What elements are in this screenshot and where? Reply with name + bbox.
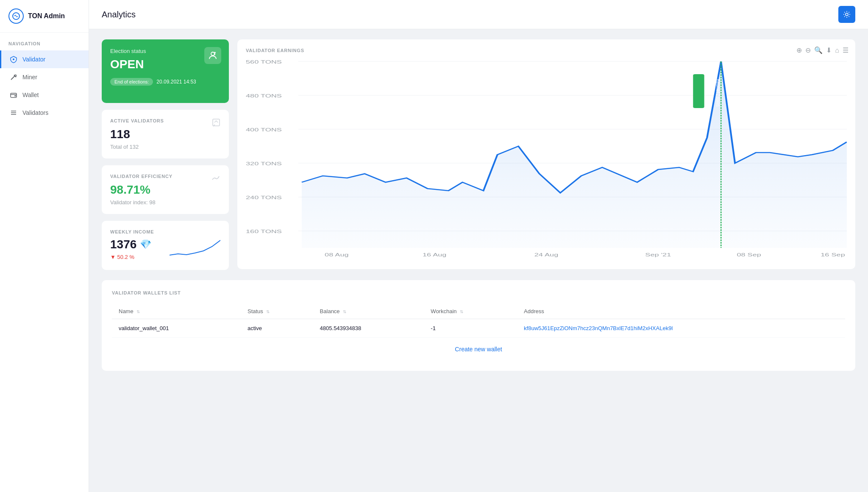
zoom-in-icon[interactable]: ⊕ bbox=[796, 46, 802, 54]
sort-name-icon: ⇅ bbox=[136, 309, 140, 314]
zoom-out-icon[interactable]: ⊖ bbox=[805, 46, 811, 54]
election-end-time: 20.09.2021 14:53 bbox=[156, 79, 196, 85]
svg-point-10 bbox=[846, 13, 848, 16]
sidebar-item-miner[interactable]: Miner bbox=[0, 68, 89, 86]
svg-text:16 Sep: 16 Sep bbox=[821, 252, 845, 257]
svg-rect-28 bbox=[693, 74, 704, 108]
svg-text:08 Sep: 08 Sep bbox=[737, 252, 761, 257]
weekly-income-value: 1376 💎 bbox=[110, 238, 151, 251]
content-area: Election status OPEN End of elections: 2… bbox=[89, 29, 868, 381]
validators-icon bbox=[10, 109, 17, 117]
nav-label: NAVIGATION bbox=[0, 33, 89, 50]
sort-workchain-icon: ⇅ bbox=[460, 309, 463, 314]
svg-text:24 Aug: 24 Aug bbox=[534, 252, 558, 257]
svg-text:08 Aug: 08 Aug bbox=[325, 252, 348, 257]
col-balance[interactable]: Balance ⇅ bbox=[313, 304, 424, 319]
create-wallet-button[interactable]: Create new wallet bbox=[455, 346, 502, 353]
weekly-change: ▼ 50.2 % bbox=[110, 254, 151, 260]
active-validators-card: ACTIVE VALIDATORS 118 Total of 132 bbox=[102, 110, 229, 158]
svg-text:240 TONS: 240 TONS bbox=[246, 195, 282, 200]
sidebar-item-validator[interactable]: Validator bbox=[0, 50, 89, 68]
logo-icon bbox=[8, 8, 24, 24]
svg-line-2 bbox=[11, 76, 15, 80]
sidebar-validator-label: Validator bbox=[22, 56, 45, 63]
chart-title: VALIDATOR EARNINGS bbox=[246, 48, 847, 53]
efficiency-value: 98.71% bbox=[110, 183, 220, 197]
sidebar-wallet-label: Wallet bbox=[22, 92, 39, 98]
efficiency-title: VALIDATOR EFFICIENCY bbox=[110, 174, 220, 179]
earnings-chart: 560 TONS 480 TONS 400 TONS 320 TONS 240 … bbox=[246, 57, 847, 261]
election-end: End of elections: 20.09.2021 14:53 bbox=[110, 78, 220, 86]
active-validators-title: ACTIVE VALIDATORS bbox=[110, 118, 220, 123]
weekly-income-card: Weekly income 1376 💎 ▼ 50.2 % bbox=[102, 221, 229, 270]
efficiency-icon bbox=[211, 173, 221, 186]
svg-text:320 TONS: 320 TONS bbox=[246, 161, 282, 166]
app-name: TON Admin bbox=[28, 12, 65, 20]
sidebar-validators-label: Validators bbox=[22, 109, 48, 116]
cards-column: Election status OPEN End of elections: 2… bbox=[102, 39, 229, 270]
wallet-address[interactable]: kf8uw5J61EpzZiONm7hcz23nQMn7BxlE7d1hiM2x… bbox=[517, 319, 845, 338]
weekly-income-left: 1376 💎 ▼ 50.2 % bbox=[110, 238, 151, 260]
chart-card: VALIDATOR EARNINGS ⊕ ⊖ 🔍 ⬇ ⌂ ☰ 560 TONS … bbox=[237, 39, 855, 269]
wallet-workchain: -1 bbox=[424, 319, 517, 338]
wallet-status: active bbox=[241, 319, 313, 338]
sidebar-item-wallet[interactable]: Wallet bbox=[0, 86, 89, 104]
wallets-title: VALIDATOR WALLETS LIST bbox=[112, 290, 845, 295]
col-name[interactable]: Name ⇅ bbox=[112, 304, 241, 319]
validators-stat-icon bbox=[211, 117, 221, 130]
wallets-table: Name ⇅ Status ⇅ Balance ⇅ Workchain bbox=[112, 304, 845, 338]
election-end-label: End of elections: bbox=[110, 78, 153, 86]
wallet-name: validator_wallet_001 bbox=[112, 319, 241, 338]
svg-text:480 TONS: 480 TONS bbox=[246, 93, 282, 98]
download-icon[interactable]: ⬇ bbox=[826, 46, 832, 54]
election-icon bbox=[204, 47, 221, 64]
wallet-icon bbox=[10, 91, 17, 99]
col-address: Address bbox=[517, 304, 845, 319]
svg-text:Sep '21: Sep '21 bbox=[645, 252, 671, 257]
create-wallet-row: Create new wallet bbox=[112, 338, 845, 361]
sidebar-item-validators[interactable]: Validators bbox=[0, 104, 89, 122]
election-card: Election status OPEN End of elections: 2… bbox=[102, 39, 229, 103]
svg-marker-26 bbox=[302, 61, 847, 248]
svg-point-4 bbox=[15, 75, 17, 77]
efficiency-sub: Validator index: 98 bbox=[110, 199, 220, 206]
validator-icon bbox=[10, 56, 17, 63]
chart-controls: ⊕ ⊖ 🔍 ⬇ ⌂ ☰ bbox=[796, 46, 849, 54]
svg-text:160 TONS: 160 TONS bbox=[246, 229, 282, 234]
sidebar-miner-label: Miner bbox=[22, 74, 37, 81]
wallet-balance: 4805.543934838 bbox=[313, 319, 424, 338]
menu-icon[interactable]: ☰ bbox=[843, 46, 849, 54]
svg-text:560 TONS: 560 TONS bbox=[246, 59, 282, 64]
election-title: Election status bbox=[110, 48, 220, 54]
home-icon[interactable]: ⌂ bbox=[835, 47, 839, 54]
svg-rect-13 bbox=[213, 119, 220, 126]
page-title: Analytics bbox=[102, 10, 136, 19]
active-validators-value: 118 bbox=[110, 128, 220, 141]
chart-wrapper: 560 TONS 480 TONS 400 TONS 320 TONS 240 … bbox=[246, 57, 847, 261]
diamond-icon: 💎 bbox=[140, 239, 151, 250]
main-content: Analytics Election status OPEN End of el… bbox=[89, 0, 868, 492]
weekly-mini-chart bbox=[170, 236, 220, 261]
active-validators-sub: Total of 132 bbox=[110, 144, 220, 150]
settings-button[interactable] bbox=[838, 6, 855, 23]
validator-efficiency-card: VALIDATOR EFFICIENCY 98.71% Validator in… bbox=[102, 165, 229, 214]
miner-icon bbox=[10, 73, 17, 81]
svg-rect-6 bbox=[14, 95, 16, 97]
sort-balance-icon: ⇅ bbox=[343, 309, 346, 314]
col-workchain[interactable]: Workchain ⇅ bbox=[424, 304, 517, 319]
col-status[interactable]: Status ⇅ bbox=[241, 304, 313, 319]
logo-area: TON Admin bbox=[0, 0, 89, 33]
election-status: OPEN bbox=[110, 58, 220, 71]
svg-text:Returned 2 stakes: Returned 2 stakes bbox=[715, 79, 721, 107]
svg-text:400 TONS: 400 TONS bbox=[246, 127, 282, 132]
svg-point-1 bbox=[13, 58, 14, 60]
top-row: Election status OPEN End of elections: 2… bbox=[102, 39, 855, 270]
sidebar: TON Admin NAVIGATION Validator Miner bbox=[0, 0, 89, 492]
sort-status-icon: ⇅ bbox=[266, 309, 270, 314]
weekly-income-row: 1376 💎 ▼ 50.2 % bbox=[110, 236, 220, 261]
weekly-income-title: Weekly income bbox=[110, 229, 220, 234]
table-row: validator_wallet_001 active 4805.5439348… bbox=[112, 319, 845, 338]
svg-text:16 Aug: 16 Aug bbox=[423, 252, 446, 257]
search-icon[interactable]: 🔍 bbox=[814, 46, 823, 54]
page-header: Analytics bbox=[89, 0, 868, 29]
